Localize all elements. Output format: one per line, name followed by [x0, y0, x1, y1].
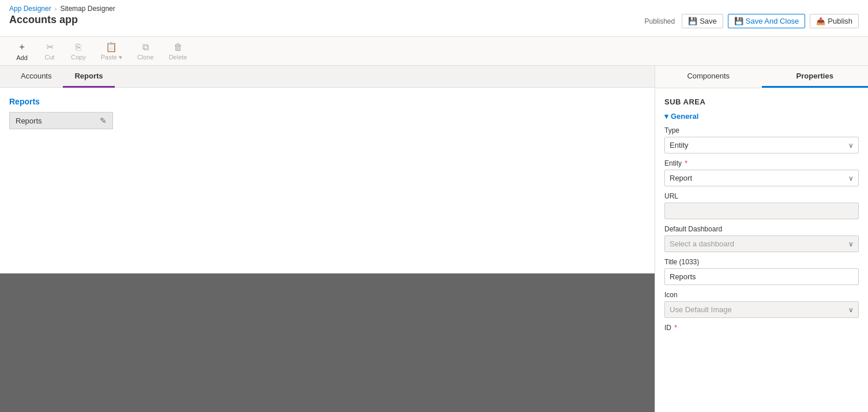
canvas-tabs: Accounts Reports: [0, 66, 655, 88]
icon-chevron-icon: ∨: [848, 306, 854, 314]
general-section: ▾ General Type Entity ∨ Entity * Report …: [664, 112, 859, 332]
canvas-bottom: [0, 274, 655, 412]
title-label: Title (1033): [664, 258, 859, 266]
publish-label: Publish: [828, 17, 852, 25]
default-dashboard-select[interactable]: Select a dashboard ∨: [664, 235, 859, 252]
sub-area-title: SUB AREA: [664, 98, 859, 106]
entity-chevron-icon: ∨: [848, 174, 854, 182]
breadcrumb-sitemap-designer: Sitemap Designer: [60, 5, 115, 13]
url-input[interactable]: [664, 203, 859, 219]
cut-icon: ✂: [46, 42, 54, 53]
paste-label: Paste ▾: [101, 54, 122, 61]
type-label: Type: [664, 126, 859, 134]
copy-button[interactable]: ⎘ Copy: [65, 39, 92, 63]
type-value: Entity: [670, 141, 689, 149]
copy-icon: ⎘: [76, 42, 81, 53]
canvas-content: Reports Reports ✎: [0, 88, 655, 274]
top-bar-row2: Accounts app Published 💾 Save 💾 Save And…: [9, 14, 859, 28]
breadcrumb-sep: ›: [55, 5, 57, 12]
id-label: ID *: [664, 324, 859, 332]
url-label: URL: [664, 192, 859, 200]
subarea-item-label: Reports: [16, 117, 42, 125]
cut-label: Cut: [44, 54, 54, 61]
entity-required-marker: *: [685, 159, 687, 167]
top-bar: App Designer › Sitemap Designer Accounts…: [0, 0, 868, 37]
save-button[interactable]: 💾 Save: [682, 14, 723, 28]
tab-components[interactable]: Components: [655, 66, 762, 88]
dashboard-chevron-icon: ∨: [848, 240, 854, 248]
entity-value: Report: [670, 174, 692, 182]
entity-label: Entity *: [664, 159, 859, 167]
app-title: Accounts app: [9, 14, 78, 28]
general-label: General: [671, 112, 698, 121]
icon-label: Icon: [664, 291, 859, 299]
group-header: Reports: [9, 97, 645, 106]
clone-icon: ⧉: [142, 42, 149, 53]
panel-content: SUB AREA ▾ General Type Entity ∨ Entity …: [655, 88, 868, 412]
toolbar: ＋ Add ✂ Cut ⎘ Copy 📋 Paste ▾ ⧉ Clone 🗑 D…: [0, 37, 868, 66]
id-required-marker: *: [674, 324, 677, 332]
publish-icon: 📤: [816, 17, 825, 25]
add-label: Add: [16, 54, 28, 61]
general-header[interactable]: ▾ General: [664, 112, 859, 121]
paste-icon: 📋: [106, 42, 117, 53]
breadcrumb: App Designer › Sitemap Designer: [9, 2, 859, 14]
delete-label: Delete: [169, 54, 187, 61]
right-panel: Components Properties SUB AREA ▾ General…: [655, 66, 868, 412]
add-button[interactable]: ＋ Add: [9, 38, 35, 64]
edit-icon[interactable]: ✎: [100, 116, 107, 125]
save-and-close-button[interactable]: 💾 Save And Close: [728, 14, 806, 28]
chevron-down-icon: ▾: [664, 112, 668, 121]
copy-label: Copy: [71, 54, 86, 61]
delete-button[interactable]: 🗑 Delete: [163, 39, 194, 63]
publish-button[interactable]: 📤 Publish: [810, 14, 859, 28]
default-dashboard-placeholder: Select a dashboard: [670, 239, 734, 248]
type-select[interactable]: Entity ∨: [664, 137, 859, 153]
delete-icon: 🗑: [174, 42, 183, 53]
paste-button[interactable]: 📋 Paste ▾: [95, 39, 129, 64]
main-layout: Accounts Reports Reports Reports ✎ Compo…: [0, 66, 868, 412]
tab-properties[interactable]: Properties: [762, 66, 869, 88]
top-actions: Published 💾 Save 💾 Save And Close 📤 Publ…: [644, 14, 859, 28]
subarea-item[interactable]: Reports ✎: [9, 112, 113, 129]
breadcrumb-app-designer[interactable]: App Designer: [9, 5, 51, 13]
type-chevron-icon: ∨: [848, 141, 854, 149]
save-icon: 💾: [688, 17, 697, 25]
tab-accounts[interactable]: Accounts: [9, 66, 63, 88]
tab-reports[interactable]: Reports: [63, 66, 114, 88]
default-dashboard-label: Default Dashboard: [664, 225, 859, 233]
icon-select[interactable]: Use Default Image ∨: [664, 301, 859, 318]
clone-button[interactable]: ⧉ Clone: [131, 39, 160, 63]
save-label: Save: [700, 17, 717, 25]
icon-value: Use Default Image: [670, 305, 732, 314]
entity-select[interactable]: Report ∨: [664, 170, 859, 186]
published-status: Published: [644, 17, 675, 25]
add-icon: ＋: [17, 41, 27, 53]
title-input[interactable]: [664, 268, 859, 285]
panel-tabs: Components Properties: [655, 66, 868, 88]
clone-label: Clone: [137, 54, 154, 61]
save-close-icon: 💾: [734, 17, 743, 25]
cut-button[interactable]: ✂ Cut: [37, 39, 62, 63]
canvas-area: Accounts Reports Reports Reports ✎: [0, 66, 655, 412]
save-close-label: Save And Close: [746, 17, 799, 25]
